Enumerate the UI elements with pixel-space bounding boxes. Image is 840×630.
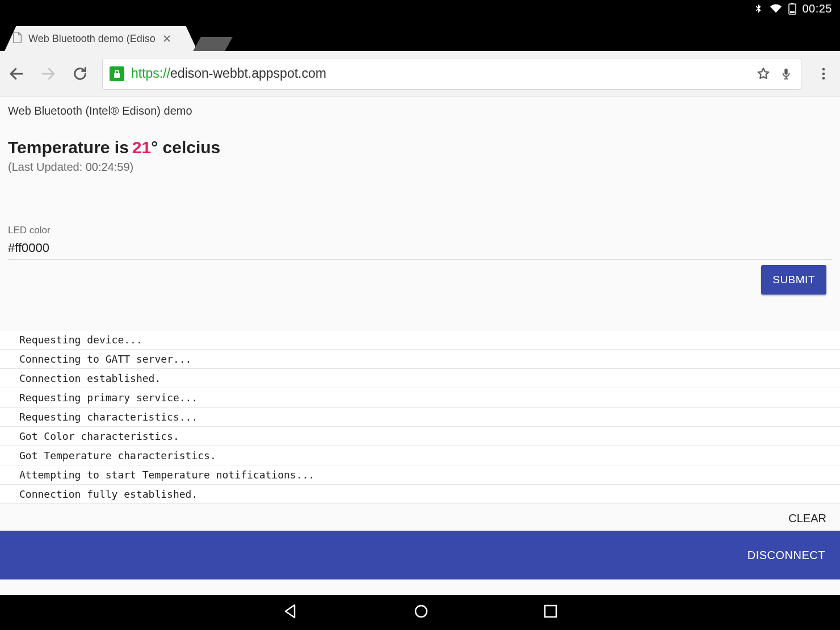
page-content: Web Bluetooth (Intel® Edison) demo Tempe… [0, 96, 840, 595]
wifi-icon [769, 3, 783, 14]
temperature-line: Temperature is 21 ° celcius [8, 138, 832, 157]
bluetooth-icon [753, 2, 763, 15]
star-icon[interactable] [755, 66, 771, 82]
temperature-prefix: Temperature is [8, 138, 129, 157]
svg-rect-3 [114, 73, 120, 78]
android-nav-bar [0, 595, 840, 630]
led-color-label: LED color [8, 225, 832, 236]
led-color-field: LED color [8, 225, 832, 259]
menu-icon[interactable] [814, 64, 833, 83]
toolbar: https://edison-webbt.appspot.com [0, 51, 840, 96]
status-clock: 00:25 [802, 2, 832, 15]
nav-recent-icon[interactable] [543, 604, 558, 621]
lock-icon [110, 66, 124, 81]
new-tab-button[interactable] [193, 37, 233, 51]
android-statusbar: 00:25 [0, 0, 840, 17]
svg-rect-1 [791, 3, 793, 4]
mic-icon[interactable] [778, 66, 794, 82]
log-line: Requesting primary service... [0, 388, 840, 407]
disconnect-button[interactable]: DISCONNECT [747, 549, 825, 562]
log-line: Connection established. [0, 368, 840, 388]
svg-point-5 [822, 68, 825, 70]
svg-rect-4 [784, 68, 788, 74]
led-color-input[interactable] [8, 240, 832, 259]
disconnect-bar: DISCONNECT [0, 531, 840, 579]
close-icon[interactable] [161, 33, 173, 44]
url-text: https://edison-webbt.appspot.com [131, 66, 326, 81]
last-updated: (Last Updated: 00:24:59) [8, 161, 832, 174]
svg-point-8 [415, 606, 427, 617]
log-line: Attempting to start Temperature notifica… [0, 465, 840, 484]
url-scheme: https:// [131, 66, 170, 81]
tabstrip: Web Bluetooth demo (Ediso [0, 17, 840, 51]
temperature-suffix: ° celcius [151, 138, 220, 157]
nav-back-icon[interactable] [282, 603, 299, 622]
svg-point-6 [822, 72, 825, 75]
submit-button[interactable]: SUBMIT [761, 265, 826, 295]
log-panel: Requesting device...Connecting to GATT s… [0, 330, 840, 504]
nav-home-icon[interactable] [413, 603, 430, 622]
log-line: Got Temperature characteristics. [0, 446, 840, 465]
temperature-value: 21 [129, 138, 151, 157]
log-line: Connection fully established. [0, 484, 840, 504]
svg-rect-2 [790, 11, 795, 13]
log-line: Got Color characteristics. [0, 426, 840, 446]
url-host: edison-webbt.appspot.com [170, 66, 326, 81]
forward-button[interactable] [39, 64, 58, 83]
back-button[interactable] [7, 64, 26, 83]
battery-icon [788, 2, 796, 15]
file-icon [12, 32, 23, 46]
log-line: Requesting characteristics... [0, 407, 840, 426]
log-line: Connecting to GATT server... [0, 349, 840, 368]
clear-button[interactable]: CLEAR [788, 512, 826, 525]
url-bar[interactable]: https://edison-webbt.appspot.com [102, 58, 801, 90]
svg-point-7 [822, 77, 825, 79]
reload-button[interactable] [70, 64, 90, 83]
browser-tab[interactable]: Web Bluetooth demo (Ediso [5, 26, 198, 51]
tab-title: Web Bluetooth demo (Ediso [28, 33, 156, 45]
page-subtitle: Web Bluetooth (Intel® Edison) demo [8, 104, 832, 117]
log-line: Requesting device... [0, 330, 840, 349]
svg-rect-9 [545, 606, 556, 617]
